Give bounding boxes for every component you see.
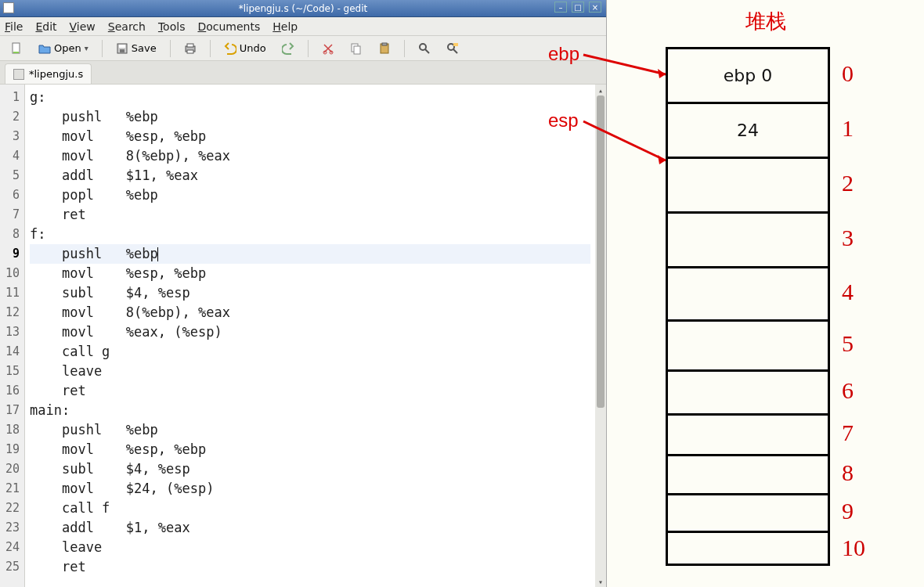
code-line[interactable]: leave: [30, 538, 590, 557]
menu-search[interactable]: Search: [108, 20, 146, 33]
toolbar-separator: [404, 40, 405, 57]
undo-icon: [224, 42, 236, 55]
menu-documents[interactable]: Documents: [197, 20, 260, 33]
redo-icon: [282, 42, 294, 55]
line-number: 9: [2, 244, 20, 264]
code-line[interactable]: pushl %ebp: [30, 420, 590, 440]
close-button[interactable]: ×: [589, 2, 601, 13]
menu-tools[interactable]: Tools: [158, 20, 186, 33]
stack-index: 1: [842, 115, 854, 142]
code-line[interactable]: leave: [30, 362, 590, 381]
code-line[interactable]: call g: [30, 342, 590, 362]
stack-index: 9: [842, 498, 854, 524]
stack-cell: ebp 0: [666, 47, 830, 102]
code-line[interactable]: movl %esp, %ebp: [30, 440, 590, 459]
stack-cell: [666, 319, 830, 369]
copy-icon: [350, 42, 363, 55]
code-line[interactable]: f:: [30, 225, 590, 244]
undo-button[interactable]: Undo: [218, 38, 272, 59]
svg-point-14: [420, 44, 426, 50]
maximize-button[interactable]: □: [572, 2, 584, 13]
redo-button[interactable]: [276, 38, 300, 59]
line-number: 12: [2, 303, 20, 322]
line-number: 25: [2, 557, 20, 577]
stack-cell: [666, 493, 830, 531]
code-line[interactable]: addl $11, %eax: [30, 166, 590, 185]
svg-rect-16: [453, 43, 458, 46]
paste-button[interactable]: [373, 38, 396, 59]
code-line[interactable]: movl %eax, (%esp): [30, 322, 590, 342]
code-line[interactable]: ret: [30, 381, 590, 401]
line-number: 8: [2, 225, 20, 244]
code-line[interactable]: addl $1, %eax: [30, 518, 590, 538]
toolbar-separator: [102, 40, 103, 57]
window-title: *lipengju.s (~/Code) - gedit: [239, 3, 368, 14]
toolbar-separator: [170, 40, 171, 57]
editor[interactable]: 1234567891011121314151617181920212223242…: [0, 85, 606, 587]
vertical-scrollbar[interactable]: ▴ ▾: [595, 85, 606, 587]
svg-rect-4: [120, 49, 125, 52]
cut-button[interactable]: [316, 38, 340, 59]
tab-label: *lipengju.s: [29, 68, 83, 80]
code-line[interactable]: movl 8(%ebp), %eax: [30, 146, 590, 166]
stack-index: 0: [842, 60, 854, 87]
code-line[interactable]: subl $4, %esp: [30, 283, 590, 303]
new-button[interactable]: [5, 38, 28, 59]
code-line[interactable]: ret: [30, 557, 590, 577]
save-label: Save: [132, 42, 157, 54]
code-line[interactable]: subl $4, %esp: [30, 459, 590, 479]
code-line[interactable]: g:: [30, 88, 590, 107]
scroll-thumb[interactable]: [597, 95, 605, 408]
svg-rect-3: [119, 45, 125, 48]
toolbar-separator: [210, 40, 211, 57]
stack-cell: [666, 454, 830, 493]
code-line[interactable]: main:: [30, 401, 590, 420]
code-line[interactable]: popl %ebp: [30, 185, 590, 205]
menu-help[interactable]: Help: [273, 20, 298, 33]
replace-button[interactable]: [441, 38, 464, 59]
code-line[interactable]: movl 8(%ebp), %eax: [30, 303, 590, 322]
menu-edit[interactable]: Edit: [35, 20, 56, 33]
code-line[interactable]: pushl %ebp: [30, 107, 590, 127]
find-replace-icon: [446, 42, 459, 55]
svg-rect-7: [187, 50, 193, 53]
line-number-gutter: 1234567891011121314151617181920212223242…: [0, 85, 25, 587]
code-line[interactable]: movl $24, (%esp): [30, 479, 590, 499]
stack-index: 7: [842, 420, 854, 446]
code-line[interactable]: pushl %ebp: [30, 244, 590, 264]
new-file-icon: [10, 42, 23, 55]
line-number: 21: [2, 479, 20, 499]
toolbar: Open ▾ Save Undo: [0, 36, 606, 61]
stack-index: 3: [842, 225, 854, 251]
minimize-button[interactable]: –: [554, 2, 567, 13]
scroll-track[interactable]: [595, 95, 606, 576]
paste-icon: [378, 42, 391, 55]
scroll-down-icon[interactable]: ▾: [595, 576, 606, 587]
code-line[interactable]: movl %esp, %ebp: [30, 264, 590, 283]
code-line[interactable]: call f: [30, 499, 590, 518]
line-number: 10: [2, 264, 20, 283]
code-content[interactable]: g: pushl %ebp movl %esp, %ebp movl 8(%eb…: [25, 85, 595, 587]
line-number: 4: [2, 146, 20, 166]
chevron-down-icon: ▾: [85, 44, 88, 52]
open-button[interactable]: Open ▾: [33, 38, 94, 59]
print-icon: [184, 42, 197, 55]
stack-cell: [666, 531, 830, 566]
find-button[interactable]: [413, 38, 436, 59]
save-button[interactable]: Save: [110, 38, 162, 59]
stack-index: 6: [842, 377, 854, 404]
stack-index: 8: [842, 459, 854, 486]
window-titlebar: *lipengju.s (~/Code) - gedit – □ ×: [0, 0, 606, 17]
svg-rect-13: [382, 43, 387, 45]
tab-file[interactable]: *lipengju.s: [5, 63, 92, 84]
stack-cell: [666, 266, 830, 319]
scroll-up-icon[interactable]: ▴: [595, 85, 606, 95]
search-icon: [418, 42, 431, 55]
code-line[interactable]: movl %esp, %ebp: [30, 127, 590, 146]
print-button[interactable]: [179, 38, 202, 59]
menu-view[interactable]: View: [70, 20, 96, 33]
cut-icon: [322, 42, 334, 55]
code-line[interactable]: ret: [30, 205, 590, 225]
copy-button[interactable]: [345, 38, 368, 59]
menu-file[interactable]: File: [5, 20, 23, 33]
